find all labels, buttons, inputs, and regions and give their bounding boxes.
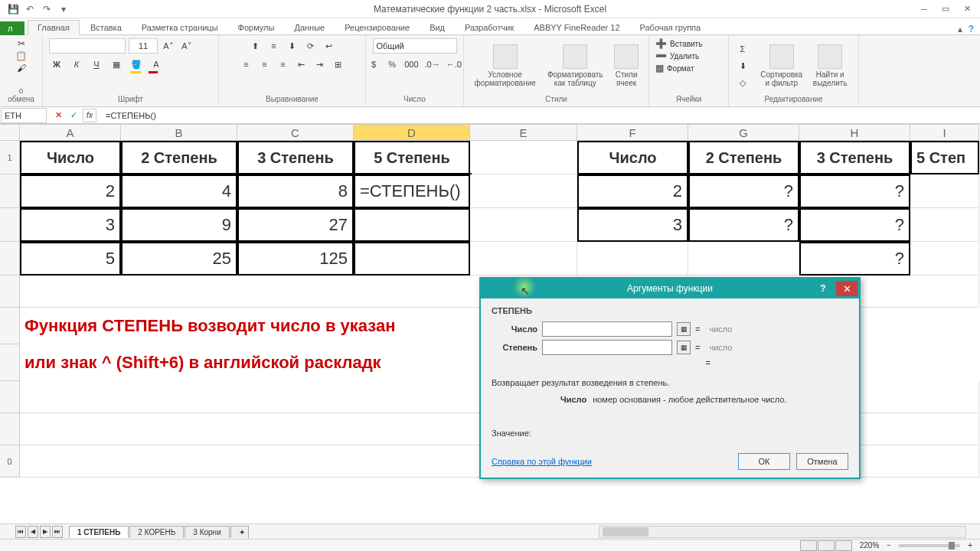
insert-cells-button[interactable]: Вставить (670, 40, 702, 48)
tab-view[interactable]: Вид (420, 21, 454, 34)
cell-f4[interactable] (577, 242, 688, 276)
fill-icon[interactable]: ⬇ (735, 58, 750, 73)
col-header-h[interactable]: H (799, 124, 910, 141)
number-format-select[interactable]: Общий (373, 38, 457, 54)
currency-icon[interactable]: $ (366, 57, 381, 72)
close-button[interactable]: ✕ (957, 2, 977, 16)
row-header-4[interactable] (0, 242, 20, 276)
row-header-1[interactable]: 1 (0, 141, 20, 174)
row-header-2[interactable] (0, 174, 20, 208)
cell-a7[interactable]: или знак ^ (Shift+6) в английской раскла… (20, 344, 479, 381)
delete-cells-button[interactable]: Удалить (670, 52, 699, 60)
dialog-titlebar[interactable]: Аргументы функции ? ✕ (481, 279, 859, 298)
fx-icon[interactable]: fx (83, 109, 96, 122)
orientation-icon[interactable]: ⟳ (303, 38, 318, 54)
increase-decimal-icon[interactable]: .0→ (423, 57, 442, 72)
cut-icon[interactable]: ✂ (18, 38, 25, 49)
indent-decrease-icon[interactable]: ⇤ (294, 57, 309, 72)
cell-d3[interactable] (354, 208, 470, 242)
cell-d2[interactable]: =СТЕПЕНЬ() (354, 174, 470, 208)
minimize-ribbon-icon[interactable]: ▴ (958, 24, 962, 34)
arg2-range-picker[interactable]: ▦ (677, 341, 691, 354)
col-header-g[interactable]: G (688, 124, 799, 141)
col-header-b[interactable]: B (121, 124, 237, 141)
sheet-tab-2[interactable]: 2 КОРЕНЬ (129, 526, 184, 538)
cell-b2[interactable]: 4 (121, 174, 237, 208)
zoom-slider[interactable] (899, 544, 960, 547)
decrease-font-icon[interactable]: A˅ (179, 38, 194, 54)
undo-icon[interactable]: ↶ (23, 2, 37, 16)
cancel-formula-icon[interactable]: ✕ (52, 109, 64, 122)
font-size-select[interactable]: 11 (129, 38, 158, 54)
border-icon[interactable]: ▦ (109, 57, 124, 72)
autosum-icon[interactable]: Σ (735, 41, 750, 57)
cell-e3[interactable] (470, 208, 577, 242)
conditional-formatting-button[interactable]: Условное форматирование (470, 41, 540, 91)
align-middle-icon[interactable]: ≡ (266, 38, 282, 54)
tab-formulas[interactable]: Формулы (229, 21, 284, 34)
col-header-i[interactable]: I (910, 124, 979, 141)
dialog-close-button[interactable]: ✕ (836, 281, 858, 296)
tab-insert[interactable]: Вставка (81, 21, 131, 34)
row-header-10[interactable]: 0 (0, 445, 20, 478)
cell-e2[interactable] (470, 174, 577, 208)
cell-a3[interactable]: 3 (20, 208, 121, 242)
col-header-e[interactable]: E (470, 124, 577, 141)
delete-cells-icon[interactable]: ➖ (655, 51, 667, 61)
arg2-input[interactable] (542, 340, 672, 355)
increase-font-icon[interactable]: A˄ (161, 38, 176, 54)
row-header-6[interactable] (0, 308, 20, 344)
tab-review[interactable]: Рецензирование (335, 21, 419, 34)
cell-styles-button[interactable]: Стили ячеек (610, 41, 642, 91)
col-header-a[interactable]: A (20, 124, 121, 141)
insert-cells-icon[interactable]: ➕ (655, 38, 667, 49)
cell-a1[interactable]: Число (20, 141, 121, 174)
wrap-text-icon[interactable]: ↩ (322, 38, 337, 54)
cell-h1[interactable]: 3 Степень (799, 141, 910, 174)
tab-data[interactable]: Данные (285, 21, 334, 34)
align-right-icon[interactable]: ≡ (276, 57, 291, 72)
cell-a2[interactable]: 2 (20, 174, 121, 208)
cell-b1[interactable]: 2 Степень (121, 141, 237, 174)
redo-icon[interactable]: ↷ (40, 2, 54, 16)
cell-d4[interactable] (354, 242, 470, 276)
page-break-view-button[interactable] (835, 540, 852, 551)
minimize-button[interactable]: ─ (914, 2, 934, 16)
tab-layout[interactable]: Разметка страницы (132, 21, 227, 34)
cell-d1[interactable]: 5 Степень (354, 141, 470, 174)
ok-button[interactable]: ОК (738, 453, 790, 470)
cell-i4[interactable] (910, 242, 979, 276)
cell-c3[interactable]: 27 (237, 208, 354, 242)
zoom-out-button[interactable]: − (887, 541, 891, 549)
format-cells-button[interactable]: Формат (667, 64, 694, 73)
cell-h4[interactable]: ? (799, 242, 910, 276)
qat-dropdown-icon[interactable]: ▾ (57, 2, 70, 16)
page-layout-view-button[interactable] (818, 540, 835, 551)
cell-h2[interactable]: ? (799, 174, 910, 208)
sheet-nav-first[interactable]: ⏮ (15, 526, 26, 538)
align-top-icon[interactable]: ⬆ (248, 38, 263, 54)
col-header-c[interactable]: C (237, 124, 354, 141)
tab-home[interactable]: Главная (28, 20, 80, 35)
name-box[interactable]: ЕТН (1, 108, 47, 123)
fill-color-icon[interactable]: 🪣 (129, 57, 144, 72)
copy-icon[interactable]: 📋 (15, 51, 27, 61)
zoom-in-button[interactable]: + (968, 541, 972, 549)
cell-b3[interactable]: 9 (121, 208, 237, 242)
font-color-icon[interactable]: A (149, 57, 164, 72)
file-tab[interactable]: л (0, 21, 24, 35)
row-header-5[interactable] (0, 276, 20, 308)
sheet-tab-3[interactable]: 3 Корни (185, 526, 229, 538)
bold-button[interactable]: Ж (49, 57, 64, 72)
tab-workgroup[interactable]: Рабочая группа (631, 21, 710, 34)
sheet-nav-next[interactable]: ▶ (40, 526, 51, 538)
cell-c1[interactable]: 3 Степень (237, 141, 354, 174)
save-icon[interactable]: 💾 (6, 2, 20, 16)
sheet-nav-prev[interactable]: ◀ (28, 526, 38, 538)
cell-a4[interactable]: 5 (20, 242, 121, 276)
row-header-9[interactable] (0, 413, 20, 445)
italic-button[interactable]: К (69, 57, 84, 72)
arg1-range-picker[interactable]: ▦ (677, 322, 691, 336)
align-bottom-icon[interactable]: ⬇ (285, 38, 300, 54)
underline-button[interactable]: Ч (89, 57, 104, 72)
